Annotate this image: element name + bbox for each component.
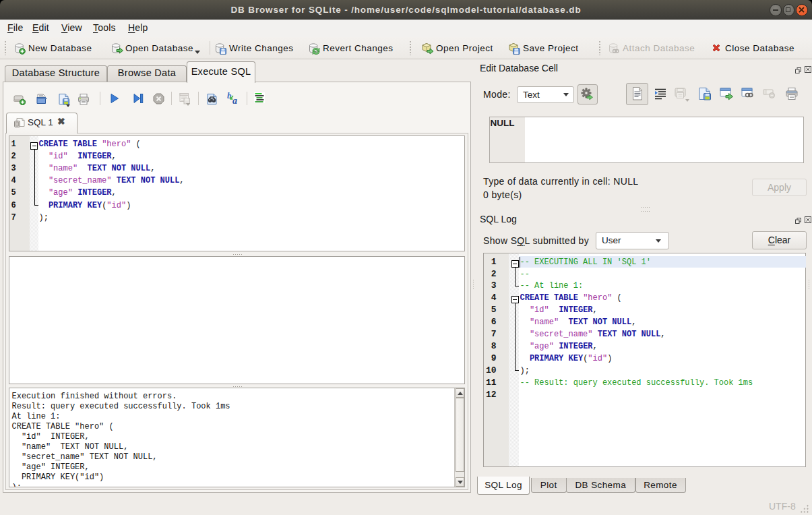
svg-text:a: a xyxy=(232,96,237,104)
